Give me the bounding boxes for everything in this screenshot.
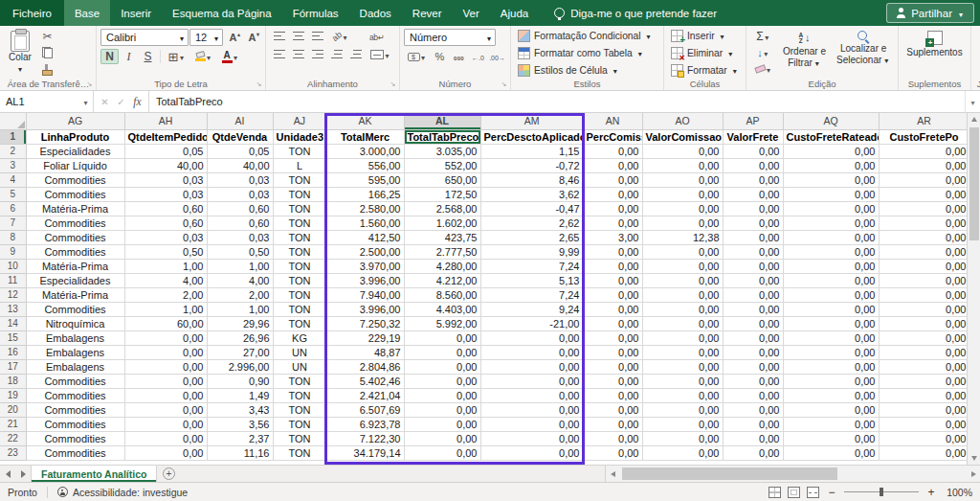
cell-AQ3[interactable]: 0,00 — [783, 158, 879, 172]
cell-AN3[interactable]: 0,00 — [583, 158, 642, 172]
cell-AI20[interactable]: 3,43 — [207, 402, 273, 417]
cell-AR23[interactable]: 0,00 — [879, 445, 967, 460]
cell-AJ18[interactable]: TON — [273, 374, 326, 388]
cell-AN18[interactable]: 0,00 — [583, 374, 642, 388]
cell-AH16[interactable]: 0,00 — [124, 345, 207, 359]
merge-center-button[interactable] — [368, 47, 393, 62]
cell-AQ1[interactable]: CustoFreteRateado — [783, 129, 879, 144]
cell-AO22[interactable]: 0,00 — [642, 431, 723, 445]
page-break-view-button[interactable] — [807, 487, 819, 498]
cell-AI17[interactable]: 2.996,00 — [207, 359, 273, 374]
decrease-indent-button[interactable] — [327, 47, 345, 62]
sort-filter-button[interactable]: Ordenar e Filtrar — [779, 29, 830, 77]
cell-AG8[interactable]: Commodities — [26, 230, 124, 244]
cell-AJ8[interactable]: TON — [273, 230, 326, 244]
cell-AJ12[interactable]: TON — [273, 287, 326, 302]
cell-AH22[interactable]: 0,00 — [124, 431, 207, 445]
cell-AK13[interactable]: 3.996,00 — [326, 302, 404, 316]
cell-AM11[interactable]: 5,13 — [480, 273, 583, 287]
cell-AL11[interactable]: 4.212,00 — [404, 273, 480, 287]
cell-AG17[interactable]: Embalagens — [26, 359, 124, 374]
scroll-down-icon[interactable] — [968, 452, 980, 465]
cell-AO1[interactable]: ValorComissao — [642, 129, 723, 144]
autosum-button[interactable] — [750, 29, 776, 44]
vertical-scrollbar[interactable] — [967, 113, 980, 465]
zoom-level[interactable]: 100% — [944, 487, 972, 498]
cell-AG16[interactable]: Embalagens — [26, 345, 124, 359]
cell-AQ21[interactable]: 0,00 — [783, 417, 879, 431]
cell-AH3[interactable]: 40,00 — [124, 158, 207, 172]
cell-AJ21[interactable]: TON — [273, 417, 326, 431]
cell-AN23[interactable]: 0,00 — [583, 445, 642, 460]
cell-AJ7[interactable]: TON — [273, 216, 326, 230]
cell-AH14[interactable]: 60,00 — [124, 316, 207, 330]
cell-AP5[interactable]: 0,00 — [723, 187, 783, 201]
cell-AQ9[interactable]: 0,00 — [783, 244, 879, 259]
clear-button[interactable] — [750, 61, 776, 77]
cell-AO21[interactable]: 0,00 — [642, 417, 723, 431]
row-header-22[interactable]: 22 — [0, 431, 26, 445]
scroll-left-icon[interactable] — [606, 466, 619, 482]
ribbon-tab-ajuda[interactable]: Ajuda — [490, 0, 539, 26]
cell-AL2[interactable]: 3.035,00 — [404, 144, 480, 158]
cell-AQ7[interactable]: 0,00 — [783, 216, 879, 230]
cell-AN12[interactable]: 0,00 — [583, 287, 642, 302]
cell-AR15[interactable]: 0,00 — [879, 330, 967, 345]
cell-AN15[interactable]: 0,00 — [583, 330, 642, 345]
cell-AH23[interactable]: 0,00 — [124, 445, 207, 460]
align-top-button[interactable] — [270, 29, 288, 44]
row-header-12[interactable]: 12 — [0, 287, 26, 302]
cell-AL20[interactable]: 0,00 — [404, 402, 480, 417]
cell-AI6[interactable]: 0,60 — [207, 201, 273, 216]
cell-AH9[interactable]: 0,50 — [124, 244, 207, 259]
insert-cells-button[interactable]: Inserir — [668, 29, 742, 43]
cell-AO10[interactable]: 0,00 — [642, 259, 723, 273]
cell-AN19[interactable]: 0,00 — [583, 388, 642, 402]
cell-AJ20[interactable]: TON — [273, 402, 326, 417]
cell-AO9[interactable]: 0,00 — [642, 244, 723, 259]
number-format-select[interactable]: Número — [404, 29, 496, 46]
alignment-dialog-launcher[interactable] — [389, 80, 397, 88]
cell-AR11[interactable]: 0,00 — [879, 273, 967, 287]
row-header-1[interactable]: 1 — [0, 129, 26, 144]
cell-AG15[interactable]: Embalagens — [26, 330, 124, 345]
cell-AI11[interactable]: 4,00 — [207, 273, 273, 287]
cell-AN8[interactable]: 3,00 — [583, 230, 642, 244]
enter-icon[interactable] — [114, 97, 128, 107]
cell-AG9[interactable]: Commodities — [26, 244, 124, 259]
cell-AR18[interactable]: 0,00 — [879, 374, 967, 388]
cell-AJ23[interactable]: TON — [273, 445, 326, 460]
cell-AM14[interactable]: -21,00 — [480, 316, 583, 330]
name-box[interactable]: AL1 — [0, 91, 78, 112]
cell-AH7[interactable]: 0,60 — [124, 216, 207, 230]
delete-cells-button[interactable]: Eliminar — [668, 46, 742, 60]
cell-AH6[interactable]: 0,60 — [124, 201, 207, 216]
row-header-19[interactable]: 19 — [0, 388, 26, 402]
cell-AL6[interactable]: 2.568,00 — [404, 201, 480, 216]
row-header-5[interactable]: 5 — [0, 187, 26, 201]
cell-AI10[interactable]: 1,00 — [207, 259, 273, 273]
cell-AO3[interactable]: 0,00 — [642, 158, 723, 172]
accounting-format-button[interactable] — [404, 49, 430, 64]
cell-AH17[interactable]: 0,00 — [124, 359, 207, 374]
cell-AR5[interactable]: 0,00 — [879, 187, 967, 201]
cell-AL22[interactable]: 0,00 — [404, 431, 480, 445]
column-header-AP[interactable]: AP — [723, 113, 783, 129]
orientation-button[interactable] — [327, 29, 353, 44]
fill-color-button[interactable] — [190, 49, 216, 64]
cell-AQ20[interactable]: 0,00 — [783, 402, 879, 417]
cell-AN10[interactable]: 0,00 — [583, 259, 642, 273]
cell-AJ1[interactable]: Unidade3 — [273, 129, 326, 144]
ribbon-tab-base[interactable]: Base — [64, 0, 110, 26]
cell-AG1[interactable]: LinhaProduto — [26, 129, 124, 144]
cell-AR17[interactable]: 0,00 — [879, 359, 967, 374]
cell-AO6[interactable]: 0,00 — [642, 201, 723, 216]
cell-AJ16[interactable]: UN — [273, 345, 326, 359]
cell-AG23[interactable]: Commodities — [26, 445, 124, 460]
cell-AP6[interactable]: 0,00 — [723, 201, 783, 216]
cell-AH18[interactable]: 0,00 — [124, 374, 207, 388]
cell-AL13[interactable]: 4.403,00 — [404, 302, 480, 316]
zoom-slider-thumb[interactable] — [880, 488, 883, 496]
font-color-button[interactable] — [217, 49, 243, 64]
cell-AP9[interactable]: 0,00 — [723, 244, 783, 259]
